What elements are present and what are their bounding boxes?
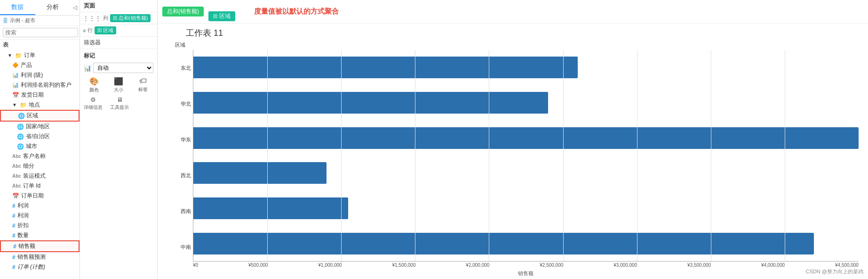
tree-list: ▼ 📁 订单 🔶 产品 📊 利润 (级) 📊 利润排名前列的客户 📅 发货日期 … — [0, 50, 80, 279]
y-label-huadong: 华东 — [167, 136, 193, 143]
tree-item-quantity[interactable]: # 数量 — [0, 230, 80, 240]
y-axis-header: 区域 — [167, 41, 193, 50]
abc-icon-ship-mode: Abc — [12, 173, 21, 179]
tree-item-country[interactable]: 🌐 国家/地区 — [0, 122, 80, 131]
abc-icon-order-id: Abc — [12, 183, 21, 189]
size-icon: ⬛ — [114, 77, 123, 86]
row-pill-icon: 田 — [213, 13, 218, 20]
detail-icon: ⚙ — [90, 96, 96, 103]
profit-rank-label: 利润排名前列的客户 — [21, 81, 72, 89]
row-label: 行 — [88, 27, 93, 34]
main-area: 总和(销售额) 田 区域 度量值被以默认的方式聚合 工作表 11 区域 东北 华… — [158, 0, 868, 279]
color-button[interactable]: 🎨 颜色 — [89, 77, 99, 93]
gridline-1 — [267, 50, 268, 261]
label-button[interactable]: 🏷 标签 — [138, 77, 148, 93]
tree-item-ship-mode[interactable]: Abc 装运模式 — [0, 171, 80, 181]
tree-item-order-id[interactable]: Abc 订单 Id — [0, 181, 80, 191]
tree-item-city[interactable]: 🌐 城市 — [0, 141, 80, 151]
col-indicator-label: 总和(销售额) — [167, 8, 199, 15]
size-button[interactable]: ⬛ 大小 — [114, 77, 123, 93]
col-pill-field-icon: 田 — [113, 15, 118, 22]
globe-icon-country: 🌐 — [17, 123, 24, 130]
tree-item-products[interactable]: 🔶 产品 — [0, 60, 80, 70]
col-icon: ⋮⋮⋮ — [83, 15, 101, 22]
profit-measure-label: 利润 — [17, 202, 29, 210]
tree-item-province[interactable]: 🌐 省/自治区 — [0, 131, 80, 141]
customer-name-label: 客户名称 — [23, 152, 46, 160]
tree-item-sales-forecast[interactable]: # 销售额预测 — [0, 252, 80, 262]
bars-column: ¥0 ¥500,000 ¥1,000,000 ¥1,500,000 ¥2,000… — [193, 41, 859, 279]
tree-item-order-date[interactable]: 📅 订单日期 — [0, 191, 80, 201]
order-id-label: 订单 Id — [23, 182, 40, 190]
caret-location[interactable]: ▼ — [12, 102, 17, 107]
ship-date-label: 发货日期 — [21, 91, 44, 99]
tree-item-ship-date[interactable]: 📅 发货日期 — [0, 90, 80, 100]
measure-icon-profit-rank: 📊 — [12, 82, 19, 88]
gridline-7 — [711, 50, 711, 261]
segment-label: 细分 — [23, 162, 34, 170]
col-pill-label: 总和(销售额) — [119, 15, 148, 22]
watermark: CSDN @努力向上的菜鸡 — [806, 268, 863, 275]
x-tick-2m: ¥2,000,000 — [466, 263, 489, 269]
tree-item-orders[interactable]: ▼ 📁 订单 — [0, 50, 80, 60]
marks-type-icon: 📊 — [84, 65, 91, 72]
discount-label: 折扣 — [17, 222, 29, 230]
x-tick-3.5m: ¥3,500,000 — [687, 263, 711, 269]
tooltip-button[interactable]: 🖥 工具提示 — [110, 96, 129, 111]
tree-item-profit-rank[interactable]: 📊 利润排名前列的客户 — [0, 80, 80, 90]
folder-icon-location: 📁 — [20, 102, 27, 108]
table-section-header: 表 — [0, 40, 80, 50]
tree-item-profit2[interactable]: # 利润 — [0, 211, 80, 221]
tree-item-profit-measure[interactable]: # 利润 — [0, 201, 80, 211]
collapse-button[interactable]: ◁ — [70, 0, 80, 15]
tree-item-sales[interactable]: # 销售额 — [0, 240, 80, 252]
tree-item-discount[interactable]: # 折扣 — [0, 221, 80, 230]
y-label-huabei: 华北 — [167, 100, 193, 107]
label-label: 标签 — [138, 86, 148, 93]
x-tick-4m: ¥4,000,000 — [761, 263, 785, 269]
tree-item-location[interactable]: ▼ 📁 地点 — [0, 100, 80, 110]
marks-section: 标记 📊 自动 🎨 颜色 ⬛ 大小 🏷 标签 ⚙ 详细信息 — [80, 49, 157, 114]
globe-icon-region: 🌐 — [18, 113, 25, 119]
marks-type-select[interactable]: 自动 — [93, 63, 153, 73]
hash-icon-discount: # — [12, 222, 16, 229]
marks-title: 标记 — [84, 52, 153, 60]
hash-icon-order-count: # — [12, 264, 16, 271]
gridline-5 — [563, 50, 564, 261]
x-tick-1m: ¥1,000,000 — [319, 263, 342, 269]
gridline-8 — [785, 50, 785, 261]
y-label-zhongnan: 中南 — [167, 244, 193, 251]
country-label: 国家/地区 — [26, 123, 50, 131]
col-pill-indicator: 总和(销售额) — [162, 7, 204, 16]
col-pill[interactable]: 田 总和(销售额) — [110, 14, 151, 22]
hash-icon-sales: # — [13, 243, 16, 250]
tab-data[interactable]: 数据 — [0, 0, 35, 15]
bar-xibei — [193, 162, 326, 184]
hash-icon-profit: # — [12, 203, 16, 209]
tab-analysis[interactable]: 分析 — [35, 0, 71, 15]
bar-row-huabei — [193, 85, 859, 121]
tree-item-profit-grade[interactable]: 📊 利润 (级) — [0, 70, 80, 80]
city-label: 城市 — [26, 142, 37, 150]
left-panel: 数据 分析 ◁ 🗄 示例 - 超市 🔍 ▽ ⊞ 表 ▼ 📁 订单 🔶 产品 📊 … — [0, 0, 80, 279]
row-indicator-pill[interactable]: 田 区域 — [208, 11, 235, 21]
page-label: 页面 — [80, 0, 157, 12]
datasource-label: 示例 - 超市 — [10, 17, 35, 24]
marks-buttons-row: 🎨 颜色 ⬛ 大小 🏷 标签 — [84, 77, 153, 93]
color-icon: 🎨 — [89, 77, 99, 86]
gridline-6 — [637, 50, 637, 261]
tree-item-segment[interactable]: Abc 细分 — [0, 161, 80, 171]
tree-item-customer-name[interactable]: Abc 客户名称 — [0, 151, 80, 161]
col-label: 列 — [103, 15, 108, 22]
row-pill[interactable]: 田 区域 — [95, 26, 116, 34]
tree-item-region[interactable]: 🌐 区域 — [0, 110, 80, 122]
tree-item-order-count[interactable]: # 订单 (计数) — [0, 262, 80, 272]
search-input[interactable] — [3, 28, 78, 37]
caret-orders[interactable]: ▼ — [8, 53, 12, 58]
marks-buttons2-row: ⚙ 详细信息 🖥 工具提示 — [84, 96, 153, 111]
bar-xinan — [193, 197, 348, 219]
col-indicator-pill[interactable]: 总和(销售额) — [162, 7, 204, 16]
abc-icon-customer: Abc — [12, 154, 21, 159]
search-bar: 🔍 ▽ ⊞ — [0, 26, 80, 40]
detail-button[interactable]: ⚙ 详细信息 — [84, 96, 103, 111]
